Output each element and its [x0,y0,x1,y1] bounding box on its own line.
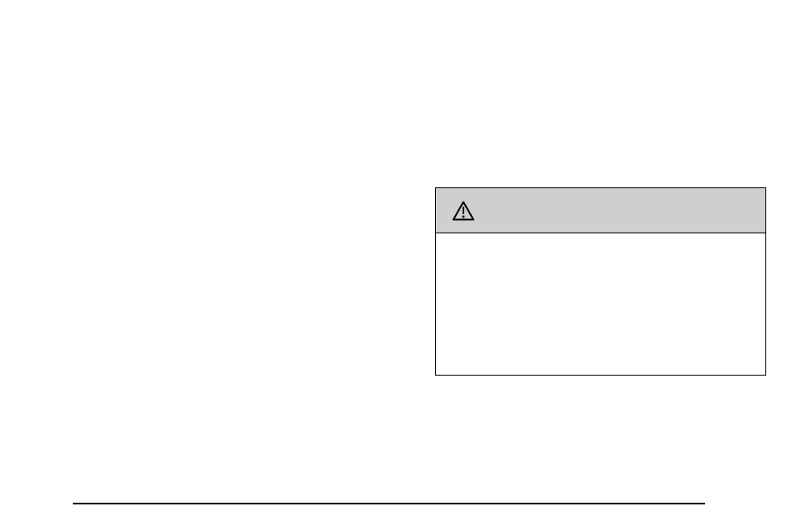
notice-box-body [436,233,765,375]
notice-box-header [436,188,765,233]
notice-box [435,187,766,376]
document-page [0,0,798,532]
footer-divider [73,503,705,504]
svg-point-2 [463,215,465,217]
warning-triangle-icon [453,201,474,221]
